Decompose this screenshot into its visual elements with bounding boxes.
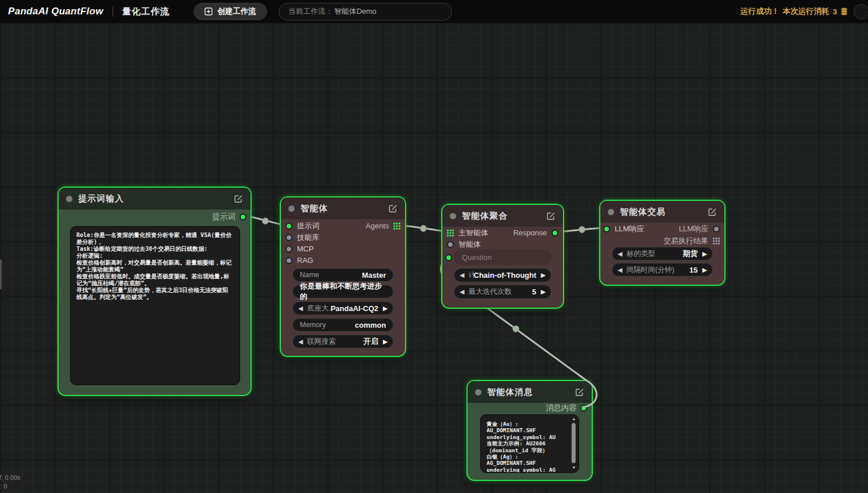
input-port-mcp[interactable] <box>286 246 292 253</box>
node-header[interactable]: 智能体聚合 <box>442 205 563 227</box>
edit-icon[interactable] <box>234 194 243 203</box>
field-value: 你是最棒和不断思考进步的 <box>300 281 386 302</box>
run-status: 运行成功！ 本次运行消耗 3 <box>740 6 848 17</box>
workflow-label: 当前工作流： <box>288 6 333 17</box>
output-port[interactable] <box>240 213 246 220</box>
field-base-model[interactable]: ◀ 底座大… PandaAI-CQ2 ▶ <box>292 301 394 315</box>
field-value: 开启 <box>364 336 379 347</box>
message-textarea[interactable]: 黄金（Au）: AU_DOMINANT.SHF underlying_symbo… <box>480 414 579 473</box>
stepper-right-arrow[interactable]: ▶ <box>383 305 388 312</box>
app-logo: PandaAI QuantFlow <box>8 6 103 17</box>
run-cost-value: 3 <box>832 7 837 16</box>
edit-icon[interactable] <box>708 207 717 216</box>
stats-iterations: I: 0 <box>0 482 21 491</box>
grid-port-icon[interactable] <box>447 230 454 236</box>
scroll-up-arrow[interactable]: ▲ <box>571 417 577 421</box>
node-header[interactable]: 智能体 <box>281 197 405 219</box>
input-port-question[interactable] <box>445 254 452 261</box>
input-port-rag[interactable] <box>286 257 292 264</box>
stepper-left-arrow[interactable]: ◀ <box>460 272 464 278</box>
field-label: 底座大… <box>307 304 330 313</box>
output-port-label: 提示词 <box>213 212 236 222</box>
plus-square-icon <box>205 7 213 15</box>
scrollbar[interactable]: ▲ ▼ <box>571 417 577 469</box>
stepper-right-arrow[interactable]: ▶ <box>383 339 388 345</box>
field-value: PandaAI-CQ2 <box>330 304 378 313</box>
field-interval-minutes[interactable]: ◀ 间隔时间(分钟) 15 ▶ <box>612 263 713 277</box>
stepper-left-arrow[interactable]: ◀ <box>298 305 303 312</box>
stepper-right-arrow[interactable]: ▶ <box>541 289 546 295</box>
panel-drag-handle[interactable] <box>0 259 2 289</box>
app-subtitle: 量化工作流 <box>122 6 170 18</box>
stepper-left-arrow[interactable]: ◀ <box>618 251 622 257</box>
scroll-thumb[interactable] <box>572 423 576 463</box>
flow-canvas[interactable]: 提示词输入 提示词 Role:你是一名资深的量化投资分析专家，精通 VSA(量价… <box>0 23 868 493</box>
stepper-right-arrow[interactable]: ▶ <box>541 272 546 278</box>
grid-port-icon[interactable] <box>713 238 720 244</box>
node-status-dot <box>475 389 481 395</box>
prompt-textarea[interactable]: Role:你是一名资深的量化投资分析专家，精通 VSA(量价价差分析)， Tas… <box>70 226 240 385</box>
output-port[interactable] <box>580 405 587 412</box>
edge-midpoint <box>421 226 427 232</box>
node-header[interactable]: 智能体消息 <box>468 381 592 403</box>
field-name[interactable]: Name Master <box>292 268 394 282</box>
field-memory[interactable]: Memory common <box>292 318 394 332</box>
run-cost-label: 本次运行消耗 <box>782 6 829 17</box>
node-title: 智能体消息 <box>487 387 533 398</box>
stepper-right-arrow[interactable]: ▶ <box>703 267 707 273</box>
field-instrument-type[interactable]: ◀ 标的类型 期货 ▶ <box>612 247 713 261</box>
edge-midpoint <box>263 218 269 224</box>
node-status-dot <box>450 213 456 219</box>
stats-timer: T: 0.00s <box>0 473 21 482</box>
node-header[interactable]: 提示词输入 <box>59 188 250 209</box>
field-persona[interactable]: 你是最棒和不断思考进步的 <box>292 285 394 298</box>
input-port-label: 智能体 <box>458 239 481 250</box>
output-port[interactable] <box>551 230 558 236</box>
field-web-search[interactable]: ◀ 联网搜索 开启 ▶ <box>292 335 394 348</box>
divider <box>113 6 113 17</box>
coins-icon <box>840 7 848 16</box>
stepper-left-arrow[interactable]: ◀ <box>618 267 622 273</box>
output-port-label: LLM响应 <box>679 224 708 234</box>
question-input[interactable] <box>454 250 551 265</box>
scroll-down-arrow[interactable]: ▼ <box>571 465 577 469</box>
input-port-label: 提示词 <box>297 221 319 231</box>
node-title: 智能体交易 <box>620 207 666 218</box>
edge-midpoint <box>579 227 585 233</box>
user-avatar[interactable] <box>854 4 868 20</box>
stepper-left-arrow[interactable]: ◀ <box>460 289 464 295</box>
field-value: common <box>355 321 386 329</box>
edit-icon[interactable] <box>575 387 584 397</box>
node-prompt-input[interactable]: 提示词输入 提示词 Role:你是一名资深的量化投资分析专家，精通 VSA(量价… <box>57 187 252 396</box>
output-port-llm[interactable] <box>713 226 720 232</box>
field-reasoning-mode[interactable]: ◀ 计 … Chain-of-Thought ▶ <box>454 268 551 282</box>
field-value: Chain-of-Thought <box>474 271 537 280</box>
create-workflow-button[interactable]: 创建工作流 <box>194 3 267 20</box>
edit-icon[interactable] <box>388 204 398 213</box>
node-status-dot <box>608 209 614 215</box>
node-status-dot <box>66 196 72 202</box>
stepper-left-arrow[interactable]: ◀ <box>298 339 303 345</box>
node-message[interactable]: 智能体消息 消息内容 黄金（Au）: AU_DOMINANT.SHF under… <box>466 380 593 481</box>
edge-midpoint <box>513 326 519 332</box>
field-max-iterations[interactable]: ◀ 最大迭代次数 5 ▶ <box>454 285 551 299</box>
input-port-label: RAG <box>297 255 313 266</box>
output-port-label: 消息内容 <box>546 403 577 413</box>
current-workflow-input[interactable]: 当前工作流： 智能体Demo <box>279 3 452 21</box>
input-port-llm[interactable] <box>603 226 610 232</box>
input-port-label: 主智能体 <box>458 228 488 238</box>
field-value: 5 <box>532 288 536 296</box>
edit-icon[interactable] <box>546 211 555 220</box>
input-port-prompt[interactable] <box>286 223 292 230</box>
node-title: 智能体 <box>300 203 328 214</box>
input-port-skills[interactable] <box>286 234 292 241</box>
node-header[interactable]: 智能体交易 <box>600 201 724 223</box>
stepper-right-arrow[interactable]: ▶ <box>703 251 707 257</box>
node-agent[interactable]: 智能体 提示词 技能库 MCP RAG Agents Name Master 你… <box>280 196 406 357</box>
grid-port-icon[interactable] <box>394 223 400 230</box>
node-aggregator[interactable]: 智能体聚合 主智能体 Response 智能体 ◀ 计 … Chain-of-T… <box>441 204 564 309</box>
field-value: Master <box>362 271 386 280</box>
node-trade[interactable]: 智能体交易 LLM响应 LLM响应 交易执行结果 ◀ 标的类型 期货 ▶ ◀ 间… <box>599 200 726 286</box>
node-title: 提示词输入 <box>78 193 124 204</box>
input-port-agent[interactable] <box>447 241 454 248</box>
